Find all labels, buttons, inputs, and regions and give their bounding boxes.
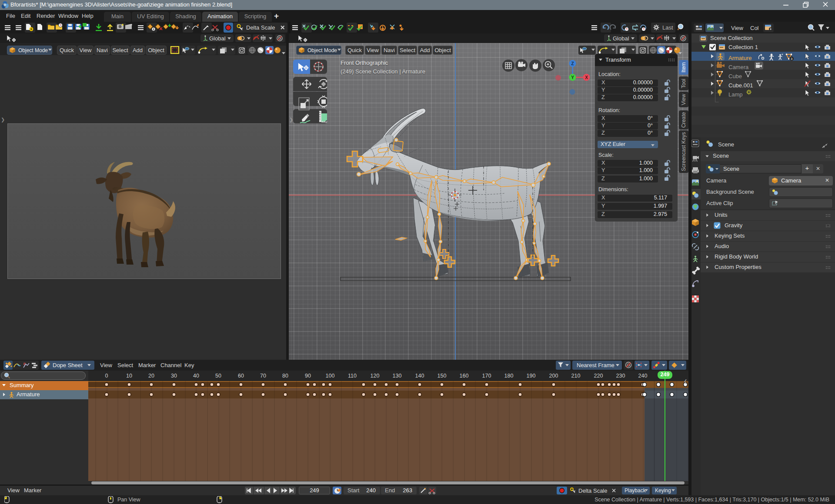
svg-text:Scene: Scene [718,141,734,148]
svg-text:100: 100 [326,373,335,379]
svg-text:140: 140 [415,373,424,379]
svg-text:Key: Key [184,362,194,368]
svg-text:Select: Select [117,362,134,368]
svg-text:50: 50 [215,373,221,379]
svg-text:Cube.001: Cube.001 [728,82,753,89]
svg-text:Collection 1: Collection 1 [728,44,758,50]
svg-text:150: 150 [438,373,447,379]
svg-text:X: X [585,75,588,80]
svg-text:Lamp: Lamp [728,91,743,98]
svg-text:240: 240 [638,373,648,379]
svg-text:Delta Scale: Delta Scale [246,24,275,31]
svg-text:Create: Create [681,112,687,128]
svg-text:Last: Last [662,24,673,31]
svg-text:Col: Col [750,25,759,31]
svg-text:Z: Z [571,61,574,66]
svg-text:170: 170 [482,373,491,379]
svg-text:Camera: Camera [728,64,749,70]
svg-text:Item: Item [681,62,687,72]
svg-text:Armature: Armature [728,55,752,61]
svg-text:Nearest Frame: Nearest Frame [577,362,615,368]
svg-text:Cube: Cube [728,73,742,80]
svg-text:180: 180 [504,373,514,379]
svg-text:Marker: Marker [138,362,156,368]
svg-text:220: 220 [594,373,603,379]
svg-text:80: 80 [282,373,288,379]
svg-text:Delta Scale: Delta Scale [578,487,607,494]
svg-text:230: 230 [616,373,625,379]
svg-text:210: 210 [571,373,581,379]
svg-text:130: 130 [393,373,402,379]
svg-text:0: 0 [105,373,108,379]
svg-text:60: 60 [238,373,244,379]
svg-text:3: 3 [791,57,793,61]
svg-text:Y: Y [571,75,574,80]
svg-text:110: 110 [348,373,357,379]
svg-text:View: View [681,94,687,105]
svg-text:120: 120 [371,373,380,379]
svg-text:Channel: Channel [160,362,182,368]
svg-text:View: View [731,25,744,31]
svg-text:200: 200 [549,373,558,379]
svg-text:Tool: Tool [681,79,687,88]
svg-text:Dope Sheet: Dope Sheet [53,362,83,368]
svg-text:160: 160 [460,373,469,379]
svg-text:10: 10 [126,373,132,379]
svg-text:90: 90 [305,373,311,379]
svg-text:70: 70 [260,373,266,379]
svg-text:40: 40 [193,373,199,379]
svg-text:20: 20 [148,373,154,379]
svg-text:30: 30 [171,373,177,379]
svg-text:Screencast Keys: Screencast Keys [681,132,687,171]
svg-text:View: View [100,362,113,368]
svg-text:190: 190 [527,373,536,379]
svg-text:Scene Collection: Scene Collection [710,35,753,41]
